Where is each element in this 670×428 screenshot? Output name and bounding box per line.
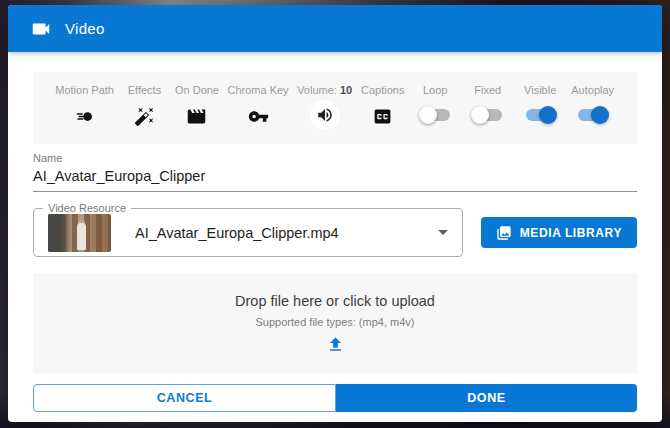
cancel-button[interactable]: CANCEL xyxy=(33,384,336,412)
done-button[interactable]: DONE xyxy=(336,384,637,412)
effects-label: Effects xyxy=(128,84,161,96)
video-dialog: Video Motion Path Effects On Done xyxy=(8,5,662,422)
toolbar-item-motion-path: Motion Path xyxy=(55,84,114,128)
fixed-toggle[interactable] xyxy=(471,106,504,124)
toolbar-item-autoplay: Autoplay xyxy=(571,84,615,124)
autoplay-toggle[interactable] xyxy=(576,106,609,124)
dialog-title: Video xyxy=(65,20,105,37)
motion-path-icon[interactable] xyxy=(73,104,97,128)
videocam-icon xyxy=(30,18,52,40)
chevron-down-icon xyxy=(438,230,448,235)
volume-label: Volume: 10 xyxy=(297,84,352,96)
visible-toggle[interactable] xyxy=(524,106,557,124)
volume-icon[interactable] xyxy=(310,100,340,130)
volume-value: 10 xyxy=(340,84,352,96)
video-resource-label: Video Resource xyxy=(43,202,131,214)
video-resource-select[interactable]: Video Resource AI_Avatar_Europa_Clipper.… xyxy=(33,208,463,257)
name-field: Name xyxy=(33,152,637,192)
autoplay-label: Autoplay xyxy=(571,84,614,96)
chroma-key-label: Chroma Key xyxy=(227,84,288,96)
key-icon[interactable] xyxy=(246,104,270,128)
loop-label: Loop xyxy=(423,84,447,96)
toolbar-item-volume: Volume: 10 xyxy=(297,84,352,130)
fixed-label: Fixed xyxy=(474,84,501,96)
toolbar-item-fixed: Fixed xyxy=(466,84,510,124)
loop-toggle[interactable] xyxy=(419,106,452,124)
toolbar-item-effects: Effects xyxy=(122,84,166,128)
toolbar-item-loop: Loop xyxy=(413,84,457,124)
upload-icon xyxy=(326,335,345,354)
name-input[interactable] xyxy=(33,164,637,192)
media-library-button[interactable]: MEDIA LIBRARY xyxy=(481,217,637,248)
on-done-label: On Done xyxy=(175,84,219,96)
drop-zone-subtitle: Supported file types: (mp4, m4v) xyxy=(256,316,415,328)
drop-zone-title: Drop file here or click to upload xyxy=(235,293,435,309)
toolbar-item-on-done: On Done xyxy=(175,84,219,128)
video-toolbar: Motion Path Effects On Done Chroma Key xyxy=(33,72,637,144)
media-library-label: MEDIA LIBRARY xyxy=(520,226,622,240)
magic-wand-icon[interactable] xyxy=(132,104,156,128)
toolbar-item-visible: Visible xyxy=(518,84,562,124)
selected-video-filename: AI_Avatar_Europa_Clipper.mp4 xyxy=(135,225,339,241)
toolbar-item-chroma-key: Chroma Key xyxy=(227,84,288,128)
motion-path-label: Motion Path xyxy=(55,84,114,96)
visible-label: Visible xyxy=(524,84,556,96)
toolbar-item-captions: Captions xyxy=(361,84,405,128)
captions-label: Captions xyxy=(361,84,404,96)
name-field-label: Name xyxy=(33,152,637,164)
video-thumbnail xyxy=(48,214,111,252)
dialog-header: Video xyxy=(8,5,662,52)
movie-icon[interactable] xyxy=(185,104,209,128)
closed-caption-icon[interactable] xyxy=(371,104,395,128)
file-drop-zone[interactable]: Drop file here or click to upload Suppor… xyxy=(33,273,637,373)
photo-library-icon xyxy=(496,225,512,241)
